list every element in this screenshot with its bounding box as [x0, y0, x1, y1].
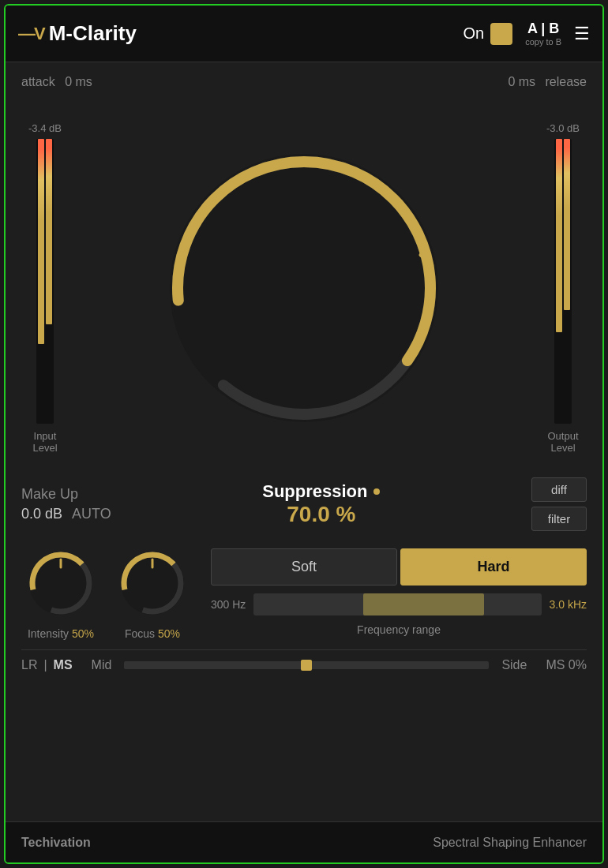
brand-label: Techivation — [21, 836, 91, 850]
makeup-auto[interactable]: AUTO — [72, 506, 111, 522]
release-value: 0 ms — [508, 75, 535, 88]
output-meter-bars — [554, 139, 572, 424]
focus-knob-svg[interactable] — [113, 544, 192, 623]
freq-end: 3.0 kHz — [550, 598, 587, 611]
ms-value: MS 0% — [546, 658, 587, 672]
freq-slider-fill — [363, 593, 484, 615]
suppression-indicator — [373, 488, 380, 495]
suppression-center: Suppression 70.0 % — [262, 481, 380, 527]
mid-label: Mid — [92, 658, 112, 672]
suppression-row: Make Up 0.0 dB AUTO Suppression 70.0 % d… — [21, 477, 587, 531]
input-bar-left — [38, 139, 44, 344]
knob-meters-section: -3.4 dB Input Level — [21, 99, 587, 477]
makeup-values: 0.0 dB AUTO — [21, 506, 111, 522]
lr-ms-separator: | — [43, 658, 47, 672]
release-label: release — [546, 75, 587, 88]
svg-point-0 — [170, 154, 438, 422]
filter-button[interactable]: filter — [531, 507, 587, 531]
input-meter-bar — [36, 139, 54, 424]
soft-button[interactable]: Soft — [211, 548, 397, 586]
ms-slider[interactable] — [124, 661, 489, 669]
output-bar-right — [564, 139, 570, 310]
logo-area: —V M-Clarity — [18, 21, 463, 46]
diff-filter-section: diff filter — [531, 477, 587, 531]
logo-text: M-Clarity — [49, 21, 137, 46]
side-label: Side — [501, 658, 527, 672]
hard-button[interactable]: Hard — [400, 548, 587, 586]
output-db: -3.0 dB — [546, 122, 580, 134]
diff-button[interactable]: diff — [531, 477, 587, 502]
freq-range-label: Frequency range — [357, 623, 441, 636]
footer: Techivation Spectral Shaping Enhancer — [6, 821, 602, 862]
on-square[interactable] — [490, 23, 512, 45]
freq-start: 300 Hz — [211, 598, 246, 611]
intensity-knob-section: Intensity 50% — [21, 544, 100, 640]
suppression-label: Suppression — [262, 481, 367, 502]
soft-hard-freq-section: Soft Hard 300 Hz 3.0 kHz Frequency range — [211, 548, 587, 636]
suppression-value: 70.0 % — [287, 502, 355, 527]
lr-ms-row: LR | MS Mid Side MS 0% — [21, 649, 587, 680]
focus-knob-section: Focus 50% — [113, 544, 192, 640]
output-bar-left — [556, 139, 562, 332]
focus-value: 50% — [158, 627, 180, 640]
freq-range-slider[interactable] — [253, 593, 541, 615]
menu-icon[interactable]: ☰ — [574, 24, 590, 44]
attack-value: 0 ms — [65, 75, 92, 88]
suppression-knob-svg[interactable] — [154, 138, 454, 438]
ab-area[interactable]: A | B copy to B — [525, 21, 561, 47]
intensity-value: 50% — [72, 627, 94, 640]
copy-to-b-label: copy to B — [525, 37, 561, 47]
soft-hard-row: Soft Hard — [211, 548, 587, 586]
on-button[interactable]: On — [463, 23, 512, 45]
input-meter-section: -3.4 dB Input Level — [21, 122, 69, 454]
main-area: attack 0 ms 0 ms release -3.4 dB Input L… — [6, 62, 602, 821]
input-level-label: Input Level — [21, 430, 69, 454]
makeup-section: Make Up 0.0 dB AUTO — [21, 486, 111, 522]
makeup-label: Make Up — [21, 486, 111, 503]
large-knob-area[interactable] — [69, 138, 539, 438]
output-meter-bar — [554, 139, 572, 424]
ms-slider-thumb — [301, 660, 312, 671]
intensity-label: Intensity — [28, 627, 69, 640]
output-level-label: Output Level — [539, 430, 587, 454]
attack-label: attack — [21, 75, 55, 88]
product-label: Spectral Shaping Enhancer — [433, 836, 587, 850]
input-db: -3.4 dB — [28, 122, 62, 134]
header-right: On A | B copy to B ☰ — [463, 21, 590, 47]
output-meter-section: -3.0 dB Output Level — [539, 122, 587, 454]
focus-label: Focus — [125, 627, 155, 640]
ms-label[interactable]: MS — [54, 658, 73, 672]
makeup-db: 0.0 dB — [21, 506, 62, 522]
input-meter-bars — [36, 139, 54, 424]
logo-icon: —V — [18, 24, 44, 44]
plugin-container: —V M-Clarity On A | B copy to B ☰ attack… — [4, 4, 604, 864]
attack-release-row: attack 0 ms 0 ms release — [21, 75, 587, 89]
on-label: On — [463, 24, 484, 43]
suppression-title: Suppression — [262, 481, 380, 502]
bottom-controls: Intensity 50% Focus 50% — [21, 544, 587, 640]
ab-label: A | B — [527, 21, 559, 37]
input-bar-right — [46, 139, 52, 324]
freq-range-row: 300 Hz 3.0 kHz — [211, 593, 587, 615]
header: —V M-Clarity On A | B copy to B ☰ — [6, 6, 602, 62]
lr-label[interactable]: LR — [21, 658, 37, 672]
intensity-knob-svg[interactable] — [21, 544, 100, 623]
